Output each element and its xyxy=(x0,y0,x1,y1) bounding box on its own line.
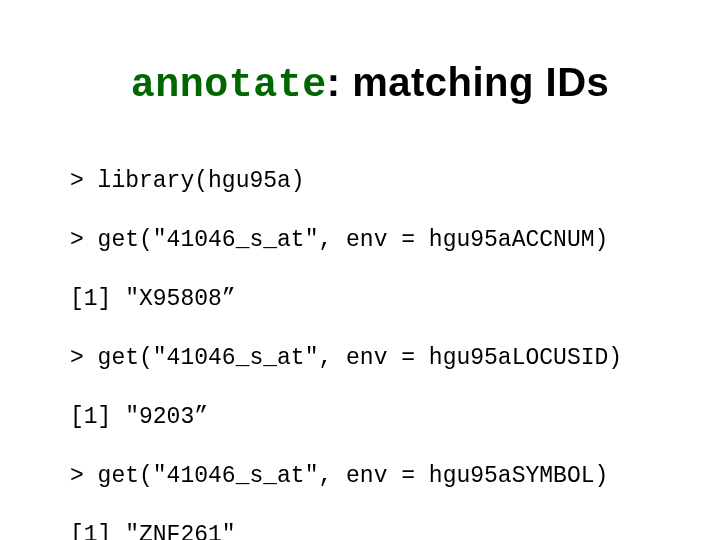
code-line: [1] "ZNF261" xyxy=(70,521,670,540)
code-line: [1] "9203” xyxy=(70,403,670,432)
code-block: > library(hgu95a) > get("41046_s_at", en… xyxy=(70,138,670,540)
slide-title: annotate: matching IDs xyxy=(70,60,670,108)
code-line: > library(hgu95a) xyxy=(70,167,670,196)
code-line: [1] "X95808” xyxy=(70,285,670,314)
slide: annotate: matching IDs > library(hgu95a)… xyxy=(0,0,720,540)
title-rest: : matching IDs xyxy=(327,60,610,104)
code-line: > get("41046_s_at", env = hgu95aACCNUM) xyxy=(70,226,670,255)
title-keyword: annotate xyxy=(131,63,327,108)
code-line: > get("41046_s_at", env = hgu95aLOCUSID) xyxy=(70,344,670,373)
code-line: > get("41046_s_at", env = hgu95aSYMBOL) xyxy=(70,462,670,491)
